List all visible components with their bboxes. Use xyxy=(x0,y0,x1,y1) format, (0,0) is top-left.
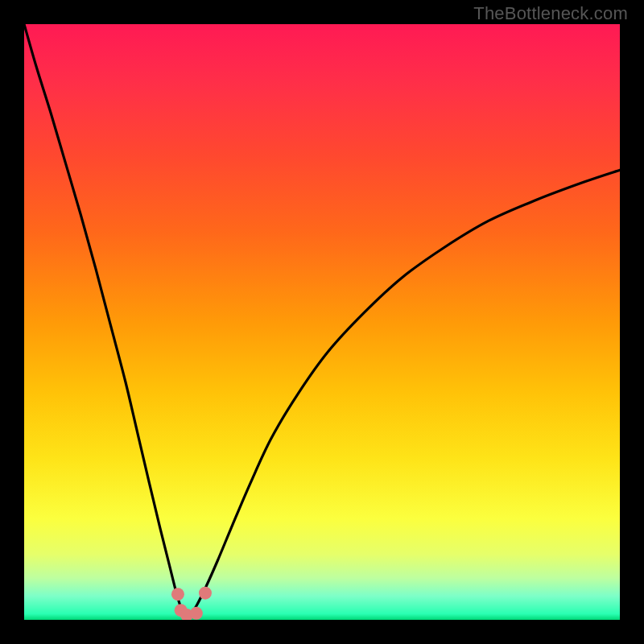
highlight-marker xyxy=(199,587,212,600)
highlight-markers xyxy=(171,587,212,620)
bottleneck-curve-left xyxy=(24,24,185,617)
curve-layer xyxy=(24,24,620,620)
watermark-text: TheBottleneck.com xyxy=(473,3,628,24)
chart-container: { "watermark": "TheBottleneck.com", "col… xyxy=(0,0,644,644)
bottleneck-curve-right xyxy=(185,170,620,617)
highlight-marker xyxy=(190,607,203,620)
plot-area xyxy=(24,24,620,620)
highlight-marker xyxy=(171,588,184,601)
